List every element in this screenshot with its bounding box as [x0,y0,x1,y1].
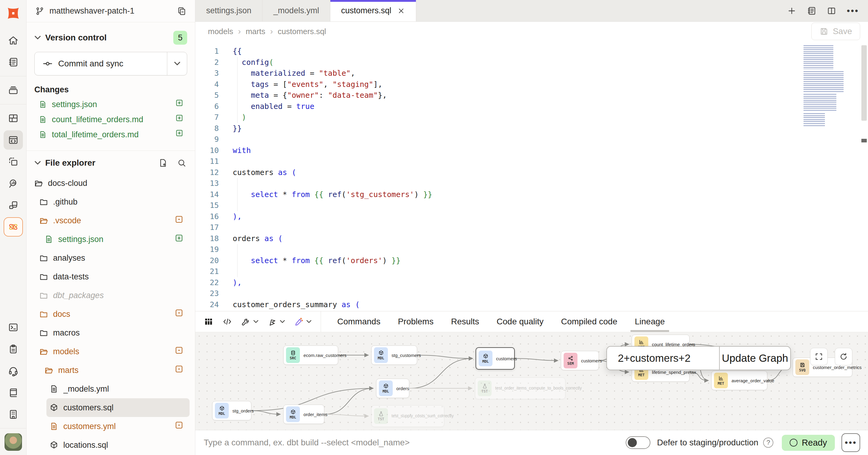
results-table-icon[interactable] [204,317,213,326]
lineage-node-ecom[interactable]: SRCecom.raw_customers [283,345,338,365]
panel-tab-compiled-code[interactable]: Compiled code [561,311,617,332]
editor-tab-customers-sql[interactable]: customers.sql [330,0,416,22]
file-name: customers.sql [63,403,186,413]
editor-tab--models-yml[interactable]: _models.yml [262,0,330,22]
more-options-icon[interactable]: ••• [846,6,859,16]
file-tree-item-analyses[interactable]: analyses [36,249,190,267]
folderopen-icon [44,366,53,375]
new-tab-plus-icon[interactable] [787,6,797,16]
dbt-logo-icon[interactable] [5,5,22,22]
help-icon[interactable]: ? [763,437,773,448]
editor-tab-settings-json[interactable]: settings.json [195,0,262,22]
command-input[interactable]: Type a command, ex. dbt build --select <… [204,438,626,448]
panel-tab-commands[interactable]: Commands [337,311,380,332]
added-badge [175,233,186,245]
update-graph-button[interactable]: Update Graph [719,347,790,370]
file-tree-item-locations-sql[interactable]: locations.sql [46,436,190,454]
node-label: stg_customers [392,353,421,358]
file-tree-item-settings-json[interactable]: settings.json [41,230,190,249]
panel-tab-results[interactable]: Results [451,311,479,332]
support-headset-icon[interactable] [4,361,23,380]
file-tree: docs-cloud.github.vscodesettings.jsonana… [27,171,195,455]
breadcrumb-file[interactable]: customers.sql [278,27,326,36]
canvas-icon[interactable] [4,152,23,171]
changed-file-row[interactable]: total_lifetime_orders.md [27,127,195,142]
build-wrench-tool[interactable] [241,317,258,326]
line-number: 15 [195,200,222,211]
code-editor[interactable]: 1{{2 config(3 materialized = "table",4 t… [195,41,868,311]
lineage-node-toi[interactable]: TSTtest_order_items_compute_to_bools_cor… [475,377,565,399]
tasks-clipboard-icon[interactable] [4,339,23,359]
changes-count-badge: 5 [173,31,187,45]
line-number: 23 [195,288,222,299]
lineage-selector-input[interactable]: 2+customers+2 [607,347,719,370]
new-file-icon[interactable] [158,158,168,168]
test-flag-tool[interactable] [268,317,285,326]
file-tree-item-marts[interactable]: marts [41,361,190,379]
save-button[interactable]: Save [811,23,860,40]
compile-code-icon[interactable] [222,317,232,326]
file-tree-item-customers-yml[interactable]: customers.yml [46,417,190,436]
user-avatar[interactable] [4,433,22,451]
commit-and-sync-button[interactable]: Commit and sync [34,52,187,76]
search-icon[interactable] [177,158,187,168]
file-tree-item-docs[interactable]: docs [36,305,190,323]
more-menu-button[interactable]: ••• [841,433,860,452]
editor-scrollbar-thumb[interactable] [861,45,867,121]
refresh-button[interactable] [835,348,852,365]
file-tree-item-macros[interactable]: macros [36,323,190,342]
file-tree-item-models[interactable]: models [36,342,190,361]
lineage-node-aov[interactable]: METaverage_order_value [711,371,767,390]
lineage-node-sem[interactable]: SEMcustomers [561,351,599,370]
file-tree-item--github[interactable]: .github [36,193,190,211]
organization-building-icon[interactable] [4,405,23,424]
breadcrumb-models[interactable]: models [208,27,233,36]
lineage-node-cust[interactable]: MDLcustomers [475,347,515,370]
panel-tab-code-quality[interactable]: Code quality [497,311,544,332]
sidebar: matthewshaver-patch-1 Version control 5 … [27,0,195,455]
file-tree-item-data-tests[interactable]: data-tests [36,267,190,286]
lineage-node-oi[interactable]: MDLorder_items [283,405,324,424]
file-tree-item-customers-sql[interactable]: customers.sql [46,398,190,417]
changed-file-row[interactable]: count_lifetime_orders.md [27,112,195,127]
dashboard-icon[interactable] [4,109,23,128]
terminal-icon[interactable] [4,318,23,337]
panel-tab-lineage[interactable]: Lineage [635,311,665,332]
fullscreen-button[interactable] [810,348,828,365]
commit-options-caret[interactable] [167,52,187,75]
lineage-node-ord[interactable]: MDLorders [376,379,409,398]
branch-row[interactable]: matthewshaver-patch-1 [27,0,195,22]
copilot-atom-icon[interactable] [4,217,23,236]
file-tree-item-dbt-packages[interactable]: dbt_packages [36,286,190,305]
orchestration-icon[interactable] [4,196,23,215]
close-tab-icon[interactable] [397,7,405,15]
editor-minimap[interactable] [804,45,855,126]
mdl-node-icon: MDL [286,406,300,422]
defer-toggle[interactable] [626,436,650,449]
notebook-panel-icon[interactable] [807,6,816,16]
file-tree-item--models-yml[interactable]: _models.yml [46,379,190,398]
save-floppy-icon [819,27,829,36]
version-control-header[interactable]: Version control 5 [27,22,195,45]
code-editor-icon[interactable] [4,130,23,150]
home-icon[interactable] [4,31,23,50]
status-badge[interactable]: Ready [782,435,835,451]
environments-icon[interactable] [4,81,23,100]
file-explorer-header[interactable]: File explorer [27,151,195,171]
lineage-node-stgo[interactable]: MDLstg_orders [212,401,251,420]
lineage-canvas[interactable]: SRCecom.raw_customersMDLstg_customersMDL… [195,332,868,430]
changes-list: settings.jsoncount_lifetime_orders.mdtot… [27,97,195,142]
file-tree-item--vscode[interactable]: .vscode [36,211,190,230]
copy-icon[interactable] [177,6,187,16]
discover-icon[interactable] [4,174,23,193]
panel-tab-problems[interactable]: Problems [398,311,433,332]
notebook-icon[interactable] [4,53,23,72]
lineage-node-tsc[interactable]: TSTtest_supply_costs_sum_correctly [371,405,444,427]
changed-file-row[interactable]: settings.json [27,97,195,112]
split-view-icon[interactable] [827,6,836,16]
lineage-node-stgc[interactable]: MDLstg_customers [371,345,417,365]
docs-book-icon[interactable] [4,383,23,402]
ai-fix-tool[interactable] [294,317,312,326]
file-tree-item-docs-cloud[interactable]: docs-cloud [31,174,190,193]
breadcrumb-marts[interactable]: marts [246,27,265,36]
